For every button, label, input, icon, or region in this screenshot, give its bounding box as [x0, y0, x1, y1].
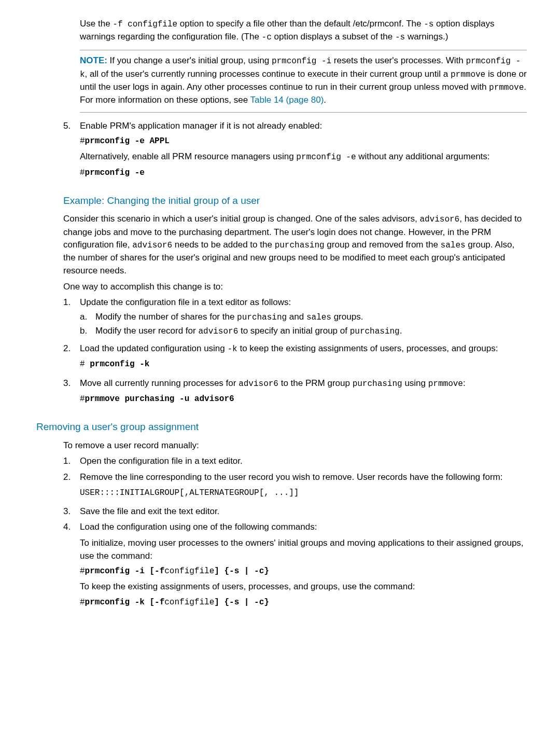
code: advisor6 — [132, 241, 172, 250]
substep-marker: a. — [80, 311, 95, 324]
command: #prmconfig -e — [80, 167, 527, 179]
example-paragraph: One way to accomplish this change is to: — [63, 281, 527, 294]
code: purchasing — [275, 241, 325, 250]
text: to keep the existing assignments of user… — [237, 343, 498, 353]
prompt: # — [80, 567, 85, 576]
command-text: ] {-s | -c} — [214, 598, 269, 607]
remove-paragraph: To remove a user record manually: — [63, 439, 527, 452]
text: If you change a user's initial group, us… — [107, 56, 272, 65]
code-block: USER::::INITIALGROUP[,ALTERNATEGROUP[, .… — [80, 487, 527, 499]
command-text: prmconfig -k — [90, 360, 149, 369]
text: and — [287, 312, 306, 322]
command-text: prmconfig -i [-f — [85, 567, 165, 576]
text: Modify the user record for — [95, 326, 198, 336]
text: group and removed from the — [325, 240, 441, 250]
code: advisor6 — [198, 327, 238, 336]
step-marker: 5. — [63, 120, 80, 182]
code: purchasing — [353, 379, 402, 389]
note-box: NOTE: If you change a user's initial gro… — [80, 50, 527, 112]
text: Load the updated configuration using — [80, 343, 228, 353]
step-text: Remove the line corresponding to the use… — [80, 471, 527, 484]
remove-heading: Removing a user's group assignment — [36, 420, 527, 434]
code: -c — [262, 33, 272, 42]
code: -k — [228, 344, 237, 354]
code: purchasing — [350, 327, 400, 336]
step-text: Load the configuration using one of the … — [80, 521, 527, 534]
command-arg: configfile — [164, 567, 214, 576]
code: advisor6 — [419, 215, 459, 224]
page-footer: 74Configuring and enabling PRM on the co… — [73, 744, 245, 746]
command-text: prmconfig -e — [85, 168, 145, 177]
command: #prmmove purchasing -u advisor6 — [80, 393, 527, 405]
text: resets the user's processes. With — [331, 56, 466, 65]
step-text: Save the file and exit the text editor. — [80, 505, 527, 518]
code: sales — [441, 241, 466, 250]
text: needs to be added to the — [172, 240, 275, 250]
step-5: 5. Enable PRM's application manager if i… — [63, 120, 527, 182]
substep-body: Modify the number of shares for the purc… — [95, 311, 363, 324]
code: sales — [306, 313, 331, 322]
note-label: NOTE: — [80, 56, 107, 65]
code: prmmove — [489, 83, 524, 92]
step-marker: 1. — [63, 296, 80, 339]
text: option to specify a file other than the … — [177, 19, 424, 29]
text: to specify an initial group of — [238, 326, 349, 336]
command-text: ] {-s | -c} — [214, 567, 269, 576]
text: warnings.) — [405, 32, 448, 42]
prompt: # — [80, 136, 85, 146]
step-marker: 2. — [63, 342, 80, 374]
remove-steps: 1. Open the configuration file in a text… — [63, 455, 527, 612]
text: Move all currently running processes for — [80, 378, 239, 388]
code: -f configfile — [113, 20, 177, 29]
text: Use the — [80, 19, 113, 29]
text: Consider this scenario in which a user's… — [63, 214, 419, 224]
step-text: Update the configuration file in a text … — [80, 296, 527, 309]
command-text: prmconfig -e APPL — [85, 136, 170, 146]
example-heading: Example: Changing the initial group of a… — [63, 194, 527, 208]
text: using — [402, 378, 428, 388]
code: advisor6 — [239, 379, 278, 389]
example-steps: 1. Update the configuration file in a te… — [63, 296, 527, 408]
step-marker: 1. — [63, 455, 80, 468]
text: option displays a subset of the — [272, 32, 395, 42]
step-marker: 3. — [63, 377, 80, 408]
code: prmconfig -e — [296, 153, 356, 162]
prompt: # — [80, 598, 85, 607]
code: prmmove — [451, 70, 485, 79]
command: #prmconfig -e APPL — [80, 135, 527, 147]
prompt: # — [80, 168, 85, 177]
code: prmconfig -i — [272, 57, 331, 66]
step-text: Move all currently running processes for… — [80, 377, 527, 390]
command-arg: configfile — [164, 598, 214, 607]
text: Modify the number of shares for the — [95, 312, 237, 322]
note-paragraph: NOTE: If you change a user's initial gro… — [80, 54, 527, 106]
page-body: Use the -f configfile option to specify … — [80, 18, 527, 612]
text: without any additional arguments: — [356, 151, 490, 161]
step-text: Enable PRM's application manager if it i… — [80, 120, 527, 133]
table-link[interactable]: Table 14 (page 80) — [250, 95, 324, 105]
intro-paragraph: Use the -f configfile option to specify … — [80, 18, 527, 44]
text: to the PRM group — [278, 378, 353, 388]
substep-marker: b. — [80, 325, 95, 338]
command-text: prmconfig -k [-f — [85, 598, 165, 607]
step-marker: 3. — [63, 505, 80, 518]
command: # prmconfig -k — [80, 358, 527, 370]
text: Alternatively, enable all PRM resource m… — [80, 151, 296, 161]
text: . — [324, 95, 326, 105]
prompt: # — [80, 360, 90, 369]
command: #prmconfig -k [-fconfigfile] {-s | -c} — [80, 597, 527, 609]
example-paragraph: Consider this scenario in which a user's… — [63, 213, 527, 277]
step-text: Open the configuration file in a text ed… — [80, 455, 527, 468]
step-paragraph: To initialize, moving user processes to … — [80, 537, 527, 562]
step-paragraph: Alternatively, enable all PRM resource m… — [80, 150, 527, 163]
text: : — [463, 378, 466, 388]
step-marker: 4. — [63, 521, 80, 612]
command: #prmconfig -i [-fconfigfile] {-s | -c} — [80, 565, 527, 577]
prompt: # — [80, 394, 85, 404]
step-paragraph: To keep the existing assignments of user… — [80, 581, 527, 593]
step-text: Load the updated configuration using -k … — [80, 342, 527, 355]
code: prmmove — [428, 379, 463, 389]
code: purchasing — [237, 313, 287, 322]
command-text: prmmove purchasing -u advisor6 — [85, 394, 234, 404]
code: -s — [424, 20, 433, 29]
